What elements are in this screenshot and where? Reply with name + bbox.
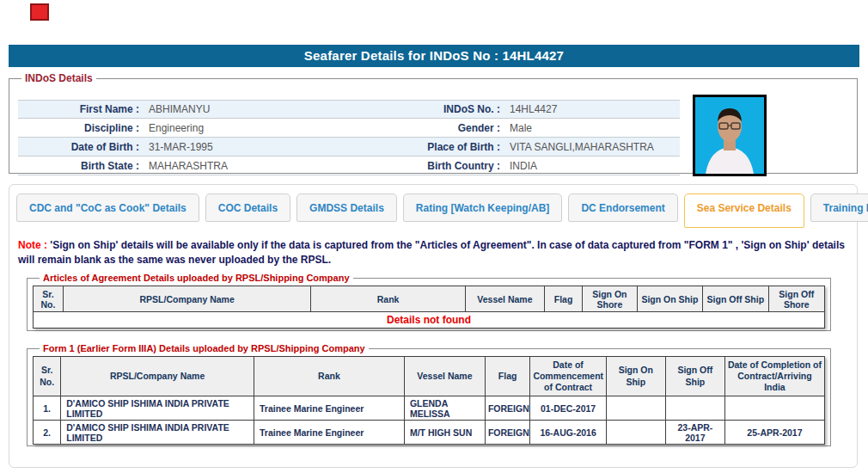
birth-state-label: Birth State : — [18, 160, 143, 172]
first-name-value: ABHIMANYU — [143, 103, 373, 115]
sign-on-ship — [606, 396, 665, 421]
articles-table: Sr. No. RPSL/Company Name Rank Vessel Na… — [33, 286, 825, 329]
place-of-birth-label: Place of Birth : — [373, 141, 504, 153]
broken-image-icon — [30, 3, 49, 21]
col-sign-on-ship: Sign On Ship — [637, 286, 702, 312]
tab-bar: CDC and "CoC as Cook" Details COC Detail… — [16, 194, 857, 228]
tab-sea-service-details[interactable]: Sea Service Details — [684, 194, 804, 228]
articles-header-row: Sr. No. RPSL/Company Name Rank Vessel Na… — [34, 286, 825, 312]
dob-label: Date of Birth : — [18, 141, 143, 153]
completion-date — [724, 396, 824, 421]
field-row: First Name : ABHIMANYU INDoS No. : 14HL4… — [18, 100, 680, 119]
col-completion: Date of Completion of Contract/Arriving … — [724, 357, 824, 396]
tab-rating-watch-keeping[interactable]: Rating [Watch Keeping/AB] — [403, 194, 563, 222]
col-flag: Flag — [544, 286, 582, 312]
sr-no: 2. — [34, 421, 61, 445]
col-rank: Rank — [311, 286, 466, 312]
tab-dc-endorsement[interactable]: DC Endorsement — [568, 194, 677, 222]
col-commencement: Date of Commencement of Contract — [530, 357, 606, 396]
flag: FOREIGN — [485, 396, 529, 421]
birth-country-value: INDIA — [504, 160, 680, 172]
discipline-label: Discipline : — [18, 122, 143, 134]
field-row: Date of Birth : 31-MAR-1995 Place of Bir… — [18, 138, 680, 157]
sr-no: 1. — [34, 396, 61, 421]
details-not-found: Details not found — [34, 312, 825, 329]
sign-off-ship: 23-APR-2017 — [665, 421, 724, 445]
note-prefix: Note : — [18, 239, 47, 251]
form1-header-row: Sr. No. RPSL/Company Name Rank Vessel Na… — [34, 357, 825, 396]
birth-country-label: Birth Country : — [373, 160, 504, 172]
vessel-name: GLENDA MELISSA — [404, 396, 485, 421]
note-text: Note : 'Sign on Ship' details will be av… — [18, 238, 850, 267]
photo-illustration — [695, 97, 764, 174]
birth-state-value: MAHARASHTRA — [143, 160, 373, 172]
articles-of-agreement-section: Articles of Agreement Details uploaded b… — [27, 273, 831, 331]
tab-gmdss-details[interactable]: GMDSS Details — [296, 194, 397, 222]
gender-value: Male — [504, 122, 680, 134]
col-sr-no: Sr. No. — [34, 357, 61, 396]
commencement-date: 16-AUG-2016 — [530, 421, 606, 445]
empty-row: Details not found — [34, 312, 825, 329]
tab-cdc-coc-as-cook[interactable]: CDC and "CoC as Cook" Details — [16, 194, 199, 222]
indos-details-legend: INDoS Details — [21, 72, 96, 84]
col-flag: Flag — [485, 357, 529, 396]
col-vessel: Vessel Name — [465, 286, 544, 312]
vessel-name: M/T HIGH SUN — [404, 421, 485, 445]
flag: FOREIGN — [485, 421, 529, 445]
table-row: 2. D'AMICO SHIP ISHIMA INDIA PRIVATE LIM… — [34, 421, 825, 445]
dob-value: 31-MAR-1995 — [143, 141, 373, 153]
note-body: 'Sign on Ship' details will be available… — [18, 239, 845, 266]
place-of-birth-value: VITA SANGLI,MAHARASHTRA — [504, 141, 680, 153]
form1-table: Sr. No. RPSL/Company Name Rank Vessel Na… — [33, 356, 825, 445]
page-title: Seafarer Details for INDoS No : 14HL4427 — [9, 45, 859, 67]
sign-on-ship — [606, 421, 665, 445]
col-sign-off-ship: Sign Off Ship — [665, 357, 724, 396]
indos-details-section: INDoS Details First Name : ABHIMANYU IND… — [9, 72, 858, 174]
col-company: RPSL/Company Name — [63, 286, 310, 312]
rank: Trainee Marine Engineer — [254, 421, 404, 445]
company-name: D'AMICO SHIP ISHIMA INDIA PRIVATE LIMITE… — [61, 396, 254, 421]
table-row: 1. D'AMICO SHIP ISHIMA INDIA PRIVATE LIM… — [34, 396, 825, 421]
col-sign-on-shore: Sign On Shore — [583, 286, 638, 312]
field-row: Discipline : Engineering Gender : Male — [18, 119, 680, 138]
completion-date: 25-APR-2017 — [724, 421, 824, 445]
field-row: Birth State : MAHARASHTRA Birth Country … — [18, 157, 680, 175]
seafarer-details-page: { "page": { "title": "Seafarer Details f… — [0, 0, 868, 473]
col-sign-on-ship: Sign On Ship — [606, 357, 665, 396]
col-rank: Rank — [254, 357, 404, 396]
commencement-date: 01-DEC-2017 — [530, 396, 606, 421]
indos-no-label: INDoS No. : — [373, 103, 504, 115]
sign-off-ship — [665, 396, 724, 421]
discipline-value: Engineering — [143, 122, 373, 134]
form1-legend: Form 1 (Earlier Form IIIA) Details uploa… — [40, 343, 369, 353]
tab-training-details[interactable]: Training Details — [810, 194, 868, 222]
col-sign-off-ship: Sign Off Ship — [703, 286, 768, 312]
tab-panel: CDC and "CoC as Cook" Details COC Detail… — [9, 184, 858, 468]
tab-coc-details[interactable]: COC Details — [205, 194, 290, 222]
col-sign-off-shore: Sign Off Shore — [768, 286, 824, 312]
company-name: D'AMICO SHIP ISHIMA INDIA PRIVATE LIMITE… — [61, 421, 254, 445]
rank: Trainee Marine Engineer — [254, 396, 404, 421]
first-name-label: First Name : — [18, 103, 143, 115]
form1-section: Form 1 (Earlier Form IIIA) Details uploa… — [27, 343, 831, 446]
col-sr-no: Sr. No. — [34, 286, 64, 312]
indos-fields: First Name : ABHIMANYU INDoS No. : 14HL4… — [18, 100, 680, 175]
indos-no-value: 14HL4427 — [504, 103, 680, 115]
col-company: RPSL/Company Name — [61, 357, 254, 396]
seafarer-photo — [693, 95, 767, 176]
articles-legend: Articles of Agreement Details uploaded b… — [40, 273, 353, 283]
col-vessel: Vessel Name — [404, 357, 485, 396]
gender-label: Gender : — [373, 122, 504, 134]
